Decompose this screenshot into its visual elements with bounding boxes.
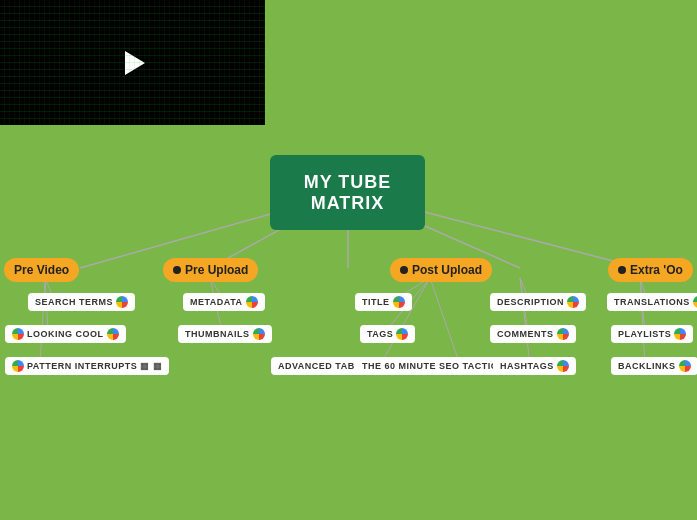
child-title[interactable]: TITLE [355, 293, 412, 311]
branch-extra[interactable]: Extra 'Oo [608, 258, 693, 282]
connector-lines [0, 0, 697, 520]
google-icon [396, 328, 408, 340]
google-icon [557, 360, 569, 372]
svg-line-9 [380, 278, 430, 365]
svg-line-13 [40, 278, 45, 365]
child-description[interactable]: DESCRIPTION [490, 293, 586, 311]
google-icon [557, 328, 569, 340]
center-node: MY TUBE MATRIX [270, 155, 425, 230]
child-metadata[interactable]: METADATA [183, 293, 265, 311]
google-icon [253, 328, 265, 340]
branch-pre-upload-label: Pre Upload [185, 263, 248, 277]
google-icon [693, 296, 697, 308]
child-tags[interactable]: TAGS [360, 325, 415, 343]
child-hashtags[interactable]: HASHTAGS [493, 357, 576, 375]
center-title-line1: MY TUBE [304, 172, 392, 192]
title-label: TITLE [362, 297, 390, 307]
google-icon [107, 328, 119, 340]
advanced-tab-label: ADVANCED TAB [278, 361, 355, 371]
child-pattern-interrupts[interactable]: PATTERN INTERRUPTS ▦ ▦ [5, 357, 169, 375]
child-playlists[interactable]: PLAYLISTS [611, 325, 693, 343]
child-looking-cool[interactable]: LOOKING COOL [5, 325, 126, 343]
seo-tactic-label: THE 60 MINUTE SEO TACTIC [362, 361, 498, 371]
backlinks-label: BACKLINKS [618, 361, 676, 371]
google-icon [674, 328, 686, 340]
dot-icon [173, 266, 181, 274]
playlists-label: PLAYLISTS [618, 329, 671, 339]
comments-label: COMMENTS [497, 329, 554, 339]
thumbnails-label: THUMBNAILS [185, 329, 250, 339]
google-icon [246, 296, 258, 308]
branch-pre-video-label: Pre Video [14, 263, 69, 277]
description-label: DESCRIPTION [497, 297, 564, 307]
search-terms-label: SEARCH TERMS [35, 297, 113, 307]
google-icon [12, 328, 24, 340]
child-translations[interactable]: TRANSLATIONS [607, 293, 697, 311]
branch-extra-label: Extra 'Oo [630, 263, 683, 277]
google-icon [393, 296, 405, 308]
branch-post-upload-label: Post Upload [412, 263, 482, 277]
metadata-label: METADATA [190, 297, 243, 307]
child-comments[interactable]: COMMENTS [490, 325, 576, 343]
looking-cool-label: LOOKING COOL [27, 329, 104, 339]
dot-icon [618, 266, 626, 274]
google-icon [116, 296, 128, 308]
hashtags-label: HASHTAGS [500, 361, 554, 371]
svg-line-10 [430, 278, 460, 365]
google-icon [12, 360, 24, 372]
child-search-terms[interactable]: SEARCH TERMS [28, 293, 135, 311]
google-icon [679, 360, 691, 372]
tags-label: TAGS [367, 329, 393, 339]
branch-pre-upload[interactable]: Pre Upload [163, 258, 258, 282]
child-thumbnails[interactable]: THUMBNAILS [178, 325, 272, 343]
branch-post-upload[interactable]: Post Upload [390, 258, 492, 282]
grid-icon: ▦ ▦ [140, 361, 162, 371]
pattern-interrupts-label: PATTERN INTERRUPTS [27, 361, 137, 371]
google-icon [567, 296, 579, 308]
child-backlinks[interactable]: BACKLINKS [611, 357, 697, 375]
dot-icon [400, 266, 408, 274]
center-title-line2: MATRIX [311, 193, 385, 213]
branch-pre-video[interactable]: Pre Video [4, 258, 79, 282]
translations-label: TRANSLATIONS [614, 297, 690, 307]
